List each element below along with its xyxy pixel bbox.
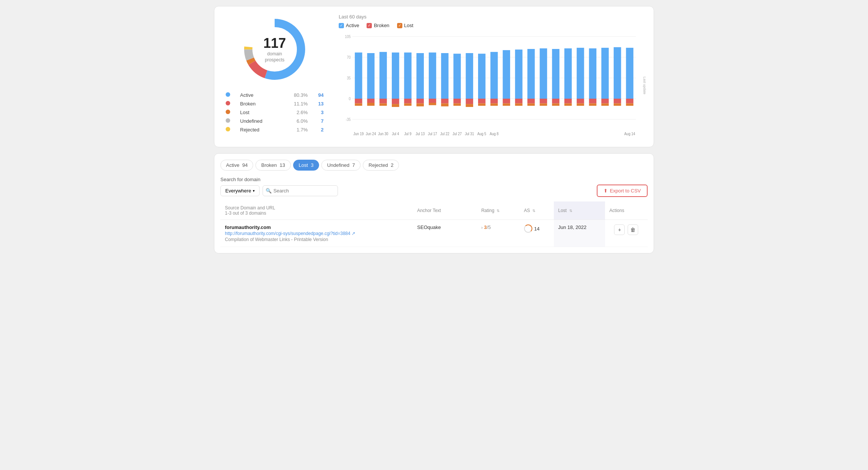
donut-label: domainprospects <box>263 51 286 63</box>
actions-cell: + 🗑 <box>605 220 648 247</box>
legend-item-name: Rejected <box>238 125 281 134</box>
legend-row: Lost 2.6% 3 <box>223 108 326 117</box>
svg-rect-56 <box>515 104 523 106</box>
legend-color-dot <box>226 118 230 123</box>
legend-item-count[interactable]: 94 <box>310 91 326 99</box>
svg-text:Jun 24: Jun 24 <box>366 132 376 136</box>
chevron-down-icon: ▾ <box>253 189 255 193</box>
as-circle-icon <box>524 224 532 233</box>
tab-active[interactable]: Active 94 <box>220 160 253 171</box>
table-body: forumauthority.com http://forumauthority… <box>220 220 648 247</box>
svg-rect-26 <box>392 104 399 107</box>
col-header-lost[interactable]: Lost ⇅ <box>554 201 605 220</box>
legend-row: Rejected 1.7% 2 <box>223 125 326 134</box>
svg-rect-40 <box>454 99 461 104</box>
donut-number: 117 <box>263 35 286 51</box>
active-legend-label: Active <box>346 23 359 28</box>
svg-text:Jul 22: Jul 22 <box>440 132 449 136</box>
as-cell: 14 <box>520 220 554 247</box>
svg-rect-42 <box>466 53 473 99</box>
export-label: Export to CSV <box>610 188 641 194</box>
tabs-row: Active 94Broken 13Lost 3Undefined 7Rejec… <box>220 160 648 171</box>
data-table: Source Domain and URL 1-3 out of 3 domai… <box>220 201 648 247</box>
svg-rect-58 <box>527 99 535 104</box>
search-input[interactable] <box>263 185 338 196</box>
svg-rect-78 <box>614 47 621 99</box>
svg-text:Last update: Last update <box>643 77 646 95</box>
add-button[interactable]: + <box>614 224 625 235</box>
svg-rect-83 <box>626 104 634 106</box>
legend-broken: ✓ Broken <box>367 23 389 28</box>
svg-text:Aug 14: Aug 14 <box>624 132 635 136</box>
legend-item-count[interactable]: 7 <box>310 117 326 125</box>
search-section: Search for domain Everywhere ▾ 🔍 ⬆ Expor… <box>220 177 648 197</box>
active-checkbox[interactable]: ✓ <box>339 23 344 28</box>
legend-row: Active 80.3% 94 <box>223 91 326 99</box>
svg-text:Jun 19: Jun 19 <box>353 132 364 136</box>
lost-checkbox[interactable]: ✓ <box>397 23 402 28</box>
svg-rect-60 <box>540 48 547 99</box>
svg-rect-63 <box>552 49 559 99</box>
svg-rect-59 <box>527 104 535 106</box>
svg-rect-62 <box>540 104 547 106</box>
table-row: forumauthority.com http://forumauthority… <box>220 220 648 247</box>
as-value: 14 <box>534 226 539 232</box>
rating-value: 3 <box>484 224 487 230</box>
legend-lost: ✓ Lost <box>397 23 414 28</box>
source-cell: forumauthority.com http://forumauthority… <box>220 220 413 247</box>
svg-rect-55 <box>515 99 523 104</box>
legend-active: ✓ Active <box>339 23 359 28</box>
svg-rect-17 <box>355 104 362 106</box>
col-header-as[interactable]: AS ⇅ <box>520 201 554 220</box>
dropdown-label: Everywhere <box>225 188 251 194</box>
chart-legend: ✓ Active ✓ Broken ✓ Lost <box>339 23 646 28</box>
svg-rect-35 <box>429 103 436 105</box>
chart-title: Last 60 days <box>339 14 646 20</box>
svg-rect-48 <box>491 52 498 99</box>
svg-rect-29 <box>404 104 412 106</box>
legend-item-name: Undefined <box>238 117 281 125</box>
domain-url[interactable]: http://forumauthority.com/cgi-sys/suspen… <box>225 231 408 236</box>
legend-item-count[interactable]: 3 <box>310 108 326 117</box>
svg-rect-20 <box>367 103 375 106</box>
legend-dot-cell <box>223 125 238 134</box>
sort-lost-icon: ⇅ <box>569 209 572 213</box>
svg-text:Jul 17: Jul 17 <box>428 132 437 136</box>
svg-rect-44 <box>466 104 473 107</box>
svg-rect-24 <box>392 52 399 99</box>
tab-undefined[interactable]: Undefined 7 <box>321 160 361 171</box>
location-dropdown[interactable]: Everywhere ▾ <box>220 185 260 196</box>
legend-item-pct: 1.7% <box>281 125 310 134</box>
legend-item-count[interactable]: 13 <box>310 99 326 108</box>
legend-item-name: Active <box>238 91 281 99</box>
tab-rejected[interactable]: Rejected 2 <box>363 160 399 171</box>
svg-text:Jul 9: Jul 9 <box>404 132 411 136</box>
svg-rect-49 <box>491 99 498 104</box>
tab-lost[interactable]: Lost 3 <box>293 160 319 171</box>
export-csv-button[interactable]: ⬆ Export to CSV <box>597 185 648 197</box>
legend-row: Undefined 6.0% 7 <box>223 117 326 125</box>
legend-dot-cell <box>223 99 238 108</box>
top-card: 117 domainprospects Active 80.3% 94 Brok… <box>214 6 654 147</box>
anchor-cell: SEOquake <box>413 220 477 247</box>
svg-rect-73 <box>589 99 596 104</box>
svg-rect-54 <box>515 50 523 99</box>
domain-desc: Compilation of Webmaster Links - Printab… <box>225 237 408 242</box>
broken-checkbox[interactable]: ✓ <box>367 23 372 28</box>
legend-item-count[interactable]: 2 <box>310 125 326 134</box>
svg-text:Jun 30: Jun 30 <box>378 132 388 136</box>
svg-text:Aug 8: Aug 8 <box>490 132 499 136</box>
delete-button[interactable]: 🗑 <box>628 224 638 235</box>
tab-broken[interactable]: Broken 13 <box>255 160 290 171</box>
svg-rect-65 <box>552 104 559 106</box>
external-link-icon: ↗ <box>351 231 355 236</box>
col-header-rating[interactable]: Rating ⇅ <box>477 201 519 220</box>
svg-rect-32 <box>416 104 424 107</box>
svg-rect-64 <box>552 99 559 104</box>
svg-text:Jul 13: Jul 13 <box>416 132 425 136</box>
svg-rect-30 <box>416 53 424 99</box>
svg-rect-27 <box>404 52 412 99</box>
svg-rect-33 <box>429 52 436 99</box>
tabs-section: Active 94Broken 13Lost 3Undefined 7Rejec… <box>214 153 654 253</box>
as-badge: 14 <box>524 224 539 233</box>
